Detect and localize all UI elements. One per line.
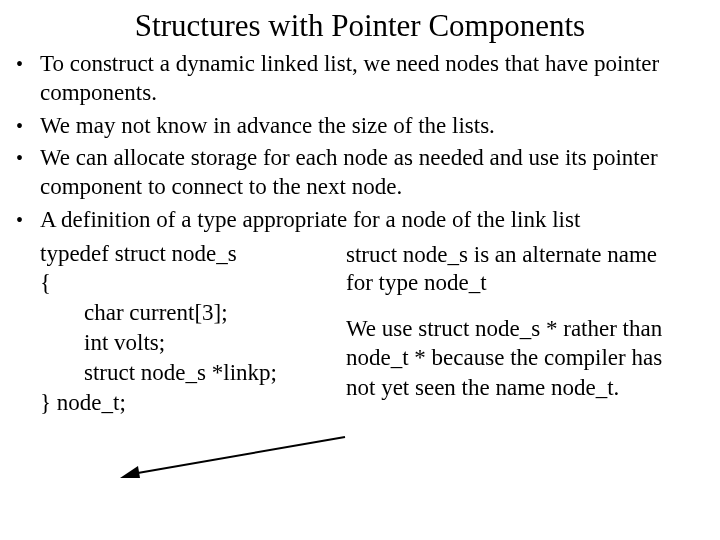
notes-column: struct node_s is an alternate name for t… <box>346 239 686 418</box>
page-title: Structures with Pointer Components <box>16 8 704 44</box>
list-item: We can allocate storage for each node as… <box>16 144 704 202</box>
bullet-list: To construct a dynamic linked list, we n… <box>16 50 704 235</box>
arrow-icon <box>120 432 350 482</box>
slide: Structures with Pointer Components To co… <box>0 0 720 540</box>
bullet-dot-icon <box>16 112 40 141</box>
list-item: A definition of a type appropriate for a… <box>16 206 704 235</box>
list-item: We may not know in advance the size of t… <box>16 112 704 141</box>
svg-line-0 <box>132 437 345 474</box>
code-line: char current[3]; <box>16 298 346 328</box>
svg-marker-1 <box>120 466 140 478</box>
bullet-dot-icon <box>16 144 40 202</box>
bullet-text: To construct a dynamic linked list, we n… <box>40 50 704 108</box>
code-line: } node_t; <box>16 388 346 418</box>
list-item: To construct a dynamic linked list, we n… <box>16 50 704 108</box>
bullet-text: A definition of a type appropriate for a… <box>40 206 704 235</box>
bullet-text: We may not know in advance the size of t… <box>40 112 704 141</box>
code-block: typedef struct node_s { char current[3];… <box>16 239 346 418</box>
code-and-notes: typedef struct node_s { char current[3];… <box>16 239 704 418</box>
code-line: typedef struct node_s <box>16 239 346 269</box>
note-text: We use struct node_s * rather than node_… <box>346 314 686 402</box>
bullet-dot-icon <box>16 50 40 108</box>
code-line: int volts; <box>16 328 346 358</box>
bullet-text: We can allocate storage for each node as… <box>40 144 704 202</box>
bullet-dot-icon <box>16 206 40 235</box>
code-line: struct node_s *linkp; <box>16 358 346 388</box>
note-text: struct node_s is an alternate name for t… <box>346 241 686 299</box>
code-line: { <box>16 268 346 298</box>
